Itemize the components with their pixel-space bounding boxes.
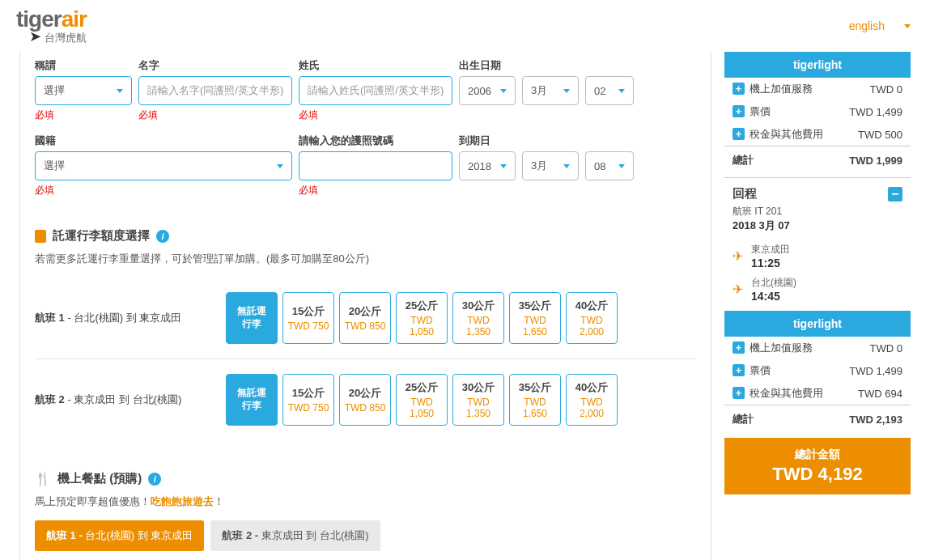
- meals-heading: 機上餐點 (預購): [57, 471, 142, 486]
- info-icon[interactable]: i: [156, 230, 169, 243]
- baggage-option[interactable]: 20公斤TWD 850: [339, 374, 391, 426]
- baggage-option[interactable]: 15公斤TWD 750: [282, 292, 334, 344]
- baggage-option[interactable]: 15公斤TWD 750: [282, 374, 334, 426]
- arrival-leg: ✈ 台北(桃園)14:45: [733, 273, 902, 306]
- summary1-total: 總計TWD 1,999: [724, 146, 911, 174]
- plus-icon[interactable]: +: [733, 105, 745, 117]
- expiry-label: 到期日: [459, 134, 696, 148]
- nationality-label: 國籍: [35, 134, 292, 148]
- summary-row: +票價TWD 1,499: [724, 100, 911, 123]
- plus-icon[interactable]: +: [733, 342, 745, 354]
- info-icon[interactable]: i: [148, 473, 161, 486]
- lastname-error: 必填: [299, 108, 452, 122]
- grand-total: 總計金額 TWD 4,192: [724, 438, 911, 494]
- title-select[interactable]: 選擇: [35, 76, 132, 105]
- baggage-option[interactable]: 25公斤TWD1,050: [396, 292, 448, 344]
- baggage-option[interactable]: 25公斤TWD1,050: [396, 374, 448, 426]
- language-selector[interactable]: english: [849, 19, 911, 32]
- summary-row: +稅金與其他費用TWD 500: [724, 123, 911, 146]
- dob-month-select[interactable]: 3月: [522, 76, 579, 105]
- summary-row: +票價TWD 1,499: [724, 359, 911, 382]
- dob-year-select[interactable]: 2006: [459, 76, 516, 105]
- plus-icon[interactable]: +: [733, 83, 745, 95]
- firstname-input[interactable]: 請輸入名字(同護照/英文半形): [138, 76, 292, 105]
- chevron-down-icon: [563, 164, 570, 168]
- lastname-label: 姓氏: [299, 58, 452, 73]
- chevron-down-icon: [563, 89, 570, 93]
- brand-sub: 台灣虎航: [45, 32, 87, 44]
- baggage-heading: 託運行李額度選擇: [53, 228, 150, 244]
- expiry-day-select[interactable]: 08: [585, 151, 634, 180]
- baggage-option[interactable]: 30公斤TWD1,350: [452, 292, 504, 344]
- expiry-year-select[interactable]: 2018: [459, 151, 516, 180]
- collapse-icon[interactable]: −: [888, 187, 902, 202]
- firstname-error: 必填: [138, 108, 292, 122]
- plus-icon[interactable]: +: [733, 128, 745, 140]
- title-error: 必填: [35, 108, 132, 122]
- summary-row: +稅金與其他費用TWD 694: [724, 382, 911, 405]
- expiry-month-select[interactable]: 3月: [522, 151, 579, 180]
- baggage-option[interactable]: 40公斤TWD2,000: [566, 292, 618, 344]
- plane-takeoff-icon: ✈: [733, 248, 743, 264]
- chevron-down-icon: [500, 89, 507, 93]
- baggage-row-2: 航班 2 - 東京成田 到 台北(桃園) 無託運行李15公斤TWD 75020公…: [35, 358, 696, 440]
- title-label: 稱謂: [35, 58, 132, 73]
- return-flight-no: 航班 IT 201: [733, 205, 902, 218]
- baggage-option-none[interactable]: 無託運行李: [226, 374, 278, 426]
- brand-logo[interactable]: tigerair ➤台灣虎航: [16, 6, 87, 45]
- baggage-option[interactable]: 30公斤TWD1,350: [452, 374, 504, 426]
- fare-band-1: tigerlight: [724, 52, 911, 78]
- meal-tab-leg2[interactable]: 航班 2 - 東京成田 到 台北(桃園): [210, 520, 380, 551]
- nationality-select[interactable]: 選擇: [35, 151, 292, 180]
- summary2-total: 總計TWD 2,193: [724, 405, 911, 433]
- lastname-input[interactable]: 請輸入姓氏(同護照/英文半形): [299, 76, 452, 105]
- chevron-down-icon: [618, 164, 625, 168]
- baggage-option-none[interactable]: 無託運行李: [226, 292, 278, 344]
- departure-leg: ✈ 東京成田11:25: [733, 240, 902, 273]
- summary-row: +機上加值服務TWD 0: [724, 337, 911, 359]
- language-label: english: [849, 19, 885, 32]
- chevron-down-icon: [904, 24, 911, 28]
- chevron-down-icon: [277, 164, 283, 168]
- fare-band-2: tigerlight: [724, 311, 911, 337]
- meal-tab-leg1[interactable]: 航班 1 - 台北(桃園) 到 東京成田: [35, 520, 204, 551]
- baggage-note: 若需更多託運行李重量選擇，可於管理訂單加購。(最多可加購至80公斤): [35, 252, 696, 266]
- chevron-down-icon: [500, 164, 507, 168]
- chevron-down-icon: [117, 89, 123, 93]
- baggage-row-1: 航班 1 - 台北(桃園) 到 東京成田 無託運行李15公斤TWD 75020公…: [35, 278, 696, 358]
- passport-input[interactable]: [299, 151, 452, 180]
- luggage-icon: [35, 230, 46, 243]
- passport-label: 請輸入您的護照號碼: [299, 134, 452, 148]
- summary-row: +機上加值服務TWD 0: [724, 78, 911, 100]
- baggage-option[interactable]: 20公斤TWD 850: [339, 292, 391, 344]
- return-title: 回程: [733, 186, 757, 202]
- passport-error: 必填: [299, 184, 452, 197]
- baggage-option[interactable]: 35公斤TWD1,650: [509, 292, 561, 344]
- baggage-option[interactable]: 40公斤TWD2,000: [566, 374, 618, 426]
- meals-note: 馬上預定即享超值優惠！吃飽飽旅遊去！: [35, 494, 696, 509]
- plus-icon[interactable]: +: [733, 387, 745, 399]
- dob-label: 出生日期: [459, 58, 696, 73]
- plane-landing-icon: ✈: [733, 282, 743, 297]
- nationality-error: 必填: [35, 184, 292, 197]
- plus-icon[interactable]: +: [733, 364, 745, 376]
- return-date: 2018 3月 07: [733, 218, 902, 233]
- baggage-option[interactable]: 35公斤TWD1,650: [509, 374, 561, 426]
- firstname-label: 名字: [138, 58, 292, 73]
- cutlery-icon: 🍴: [35, 471, 51, 486]
- dob-day-select[interactable]: 02: [585, 76, 634, 105]
- chevron-down-icon: [618, 89, 625, 93]
